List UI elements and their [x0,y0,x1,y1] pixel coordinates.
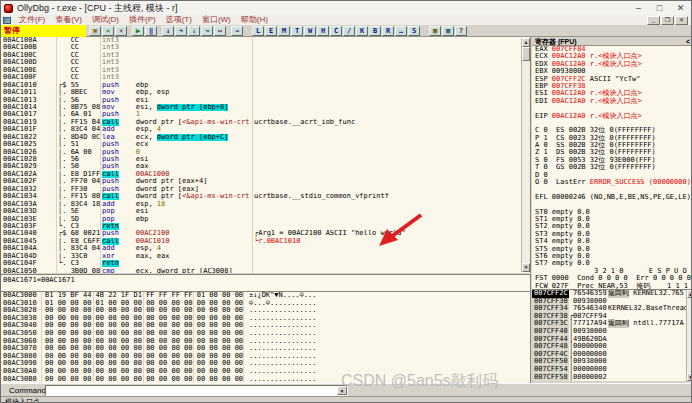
step-over-button[interactable]: ↷ [175,26,187,36]
dump-row[interactable]: 00AC30B000 00 00 00 00 00 00 00 00 00 00… [1,376,530,383]
disasm-row[interactable]: 00AC1028│. 56push esi [1,156,530,163]
dump-panel[interactable]: 00AC3000B1 19 BF 44 4B 22 1F D1 FF FF FF… [1,291,531,383]
source-button[interactable]: S [408,26,420,36]
dropdown-arrow-icon[interactable]: ▼ [337,386,347,395]
windows-button[interactable]: W [304,26,316,36]
disasm-row[interactable]: 00AC100D CCint3 [1,59,530,66]
register-line[interactable]: O 0 LastErr ERROR_SUCCESS (00000000) [532,179,692,186]
disasm-row[interactable]: 00AC102F│. FF70 04push dword ptr [eax+4] [1,178,530,185]
registers-panel[interactable]: 寄存器 (FPU) < EAX 007CFF84ECX 00AC12A0 r.<… [532,37,692,289]
text-part: cmp [102,268,115,273]
disasm-row[interactable]: 00AC1025│. 51push ecx [1,141,530,148]
disasm-row[interactable]: 00AC1032│. FF30push dword ptr [eax] [1,186,530,193]
collapse-icon[interactable]: < [686,37,690,45]
restart-button[interactable]: « [102,26,114,36]
references-button[interactable]: R [382,26,394,36]
pause-button[interactable]: ‖ [145,26,157,36]
scroll-up-icon[interactable]: ▲ [522,38,530,47]
log-window-button[interactable]: L [252,26,264,36]
maximize-button[interactable]: □ [649,1,670,15]
handles-button[interactable]: H [317,26,329,36]
disassembly-panel[interactable]: 00AC100A CCint300AC100B CCint300AC100C C… [1,37,531,273]
menu-item[interactable]: 查看(V) [50,15,87,25]
disasm-row[interactable]: 00AC1034│. FF15 8020AC0call dword ptr [<… [1,193,530,200]
disasm-row[interactable]: 00AC1022│. 8D4D 0Clea ecx, dword ptr [eb… [1,134,530,141]
stack-scrollbar[interactable]: ▲ ▼ [686,290,692,381]
options-button[interactable]: ▦ [429,26,441,36]
menu-item[interactable]: 帮助(H) [236,15,273,25]
step-into-button[interactable]: ↓ [162,26,174,36]
disasm-row[interactable]: 00AC1014│. 8B75 08mov esi, dword ptr [eb… [1,104,530,111]
disasm-row[interactable]: 00AC1010┌$ 55push ebp [1,82,530,89]
disasm-row[interactable]: 00AC1045│. E8 C6FFFFFFcall 00AC1010└r.00… [1,238,530,245]
scroll-down-icon[interactable]: ▼ [687,373,692,381]
disasm-row[interactable]: 00AC1050 3B0D 0830AC0cmp ecx, dword ptr … [1,268,530,273]
scroll-up-icon[interactable]: ▲ [687,290,692,298]
cpu-button[interactable]: C [330,26,342,36]
mdi-close-button[interactable]: ✕ [675,16,688,25]
help-q-button[interactable]: ? [455,26,467,36]
disasm-row[interactable]: 00AC102A│. E8 D1FFFFFFcall 00AC1000 [1,171,530,178]
close-button[interactable]: ✕ [670,1,691,15]
trace-into-button[interactable]: ⇣ [188,26,200,36]
threads-button[interactable]: T [291,26,303,36]
menu-item[interactable]: 插件(P) [124,15,161,25]
trace-over-button[interactable]: ↝ [201,26,213,36]
disasm-row[interactable]: 00AC103A│. 83C4 18add esp, 18 [1,201,530,208]
disasm-row[interactable]: 00AC100A CCint3 [1,37,530,44]
command-input[interactable] [47,386,336,395]
breakpoints-button[interactable]: B [369,26,381,36]
register-line[interactable]: T 0 GS 002B 32位 0(FFFFFFFF) [532,164,692,171]
disasm-row[interactable]: 00AC1040┌$ 68 0021AC00push 00AC2100┌Arg1… [1,230,530,237]
mdi-restore-button[interactable]: ❐ [661,16,674,25]
disasm-row[interactable]: 00AC101F│. 83C4 04add esp, 4 [1,126,530,133]
disasm-row[interactable]: 00AC100F CCint3 [1,74,530,81]
memory-button[interactable]: M [278,26,290,36]
minimize-button[interactable]: – [628,1,649,15]
menu-item[interactable]: 选项(T) [161,15,197,25]
disasm-row[interactable]: 00AC103D│. 5Epop esi [1,208,530,215]
open-file-button[interactable]: ▣ [89,26,101,36]
disasm-row[interactable]: 00AC100B CCint3 [1,44,530,51]
till-return-button[interactable]: ↦ [214,26,226,36]
scroll-down-icon[interactable]: ▼ [522,263,530,272]
stack-panel[interactable]: 007CFF2C 76546359返回到 KERNEL32.765007CFF3… [532,289,692,381]
goto-button[interactable]: ⇒ [231,26,243,36]
disassembly-scrollbar[interactable]: ▲ ▼ [521,38,530,272]
disasm-row[interactable]: 00AC1013│. 56push esi [1,97,530,104]
disasm-row[interactable]: 00AC103E│. 5Dpop ebp [1,216,530,223]
disasm-row[interactable]: 00AC1029│. 50push eax [1,163,530,170]
patches-button[interactable]: / [343,26,355,36]
disasm-row[interactable]: 00AC100E CCint3 [1,67,530,74]
disasm-row[interactable]: 00AC1011│. 8BECmov ebp, esp [1,89,530,96]
disasm-row[interactable]: 00AC100C CCint3 [1,52,530,59]
instruction-bytes: │. 5D [58,216,100,223]
register-line[interactable]: EDI 00AC12A0 r.<模块入口点> [532,98,692,105]
call-stack-button[interactable]: K [356,26,368,36]
mdi-minimize-button[interactable]: _ [647,16,660,25]
menu-item[interactable]: 窗口(W) [197,15,236,25]
command-combobox[interactable]: ▼ [45,385,348,396]
disasm-row[interactable]: 00AC1019│. FF15 B420AC0call dword ptr [<… [1,119,530,126]
disasm-row[interactable]: 00AC104D│. 33C0xor eax, eax [1,253,530,260]
disasm-row[interactable]: 00AC104A│. 83C4 04add esp, 4 [1,245,530,252]
stack-row[interactable]: 007CFF58│00000002 [532,374,692,381]
menu-item[interactable]: 文件(F) [14,15,50,25]
text-part [115,216,136,223]
run-trace-button[interactable]: … [395,26,407,36]
disasm-row[interactable]: 00AC103F└. C3retn [1,223,530,230]
disasm-row[interactable]: 00AC1017│. 6A 01push 1 [1,111,530,118]
run-button[interactable]: ▶ [132,26,144,36]
disasm-row[interactable]: 00AC104F└. C3retn [1,260,530,267]
executables-button[interactable]: E [265,26,277,36]
appearance-button[interactable]: ▩ [442,26,454,36]
scrollbar-thumb[interactable] [522,47,530,61]
register-line[interactable]: EIP 00AC12A0 r.<模块入口点> [532,113,692,120]
close-program-button[interactable]: ✕ [115,26,127,36]
cpu-window-icon[interactable] [3,17,11,24]
register-line[interactable]: EFL 00000246 (NO,NB,E,BE,NS,PE,GE,LE) [532,194,692,201]
menu-item[interactable]: 调试(D) [87,15,124,25]
disasm-row[interactable]: 00AC1026│. 6A 00push 0 [1,149,530,156]
text-part: EFL 00000246 (NO,NB,E,BE,NS,PE,GE,LE) [535,193,691,201]
instruction-bytes: ┌$ 55 [58,82,100,89]
